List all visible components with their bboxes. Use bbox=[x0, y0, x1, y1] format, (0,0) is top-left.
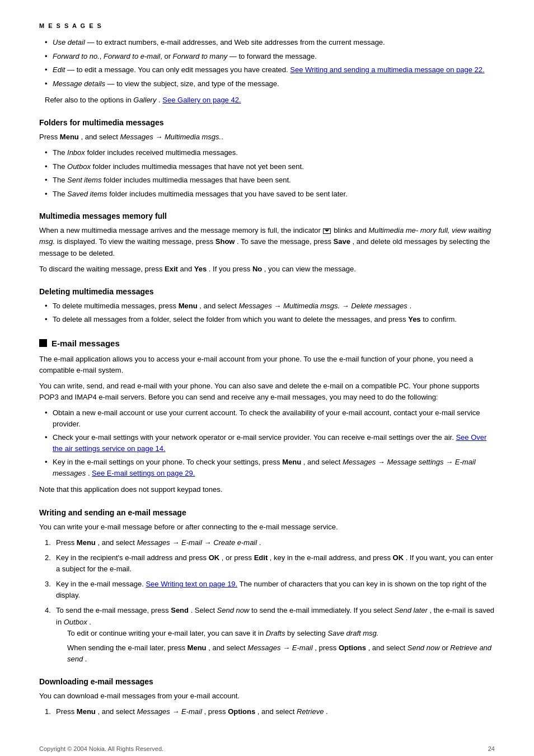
gallery-page-link: See Gallery on page 42. bbox=[162, 96, 241, 104]
writing-sending-heading: Writing and sending an e-mail message bbox=[39, 508, 495, 517]
outbox-link2: Outbox bbox=[64, 618, 87, 626]
drafts-link: Drafts bbox=[266, 629, 285, 637]
footer: Copyright © 2004 Nokia. All Rights Reser… bbox=[39, 745, 495, 752]
forward-text: — to forward the message. bbox=[229, 52, 317, 60]
list-item: Use detail — to extract numbers, e-mail … bbox=[45, 37, 495, 48]
downloading-intro: You can download e-mail messages from yo… bbox=[39, 691, 495, 702]
save-draft-link: Save draft msg. bbox=[327, 629, 378, 637]
message-settings-link: Message settings bbox=[387, 458, 443, 466]
email-para2: You can write, send, and read e-mail wit… bbox=[39, 381, 495, 403]
list-item: Obtain a new e-mail account or use your … bbox=[45, 407, 495, 429]
list-item: The Saved items folder includes multimed… bbox=[45, 189, 495, 200]
indent-block-1: To edit or continue writing your e-mail … bbox=[56, 628, 495, 639]
saved-items-link: Saved items bbox=[67, 190, 107, 198]
show-bold: Show bbox=[216, 237, 235, 246]
yes-bold: Yes bbox=[194, 265, 207, 273]
messages-italic3: Messages bbox=[343, 458, 376, 466]
list-item: 4. To send the e-mail message, press Sen… bbox=[45, 605, 495, 665]
list-item: Message details — to view the subject, s… bbox=[45, 78, 495, 90]
list-item: To delete all messages from a folder, se… bbox=[45, 314, 495, 325]
copyright-text: Copyright © 2004 Nokia. All Rights Reser… bbox=[39, 745, 163, 752]
list-item: The Sent items folder includes multimedi… bbox=[45, 175, 495, 186]
list-item: Forward to no., Forward to e-mail, or Fo… bbox=[45, 51, 495, 62]
indent-block-2: When sending the e-mail later, press Men… bbox=[56, 642, 495, 665]
messages-italic: Messages bbox=[120, 133, 153, 141]
writing-steps: 1. Press Menu , and select Messages → E-… bbox=[39, 537, 495, 665]
email-italic2: E-mail bbox=[292, 644, 313, 652]
use-detail-text: — to extract numbers, e-mail addresses, … bbox=[87, 38, 385, 46]
edit-link: Edit bbox=[53, 65, 65, 74]
list-item: The Inbox folder includes received multi… bbox=[45, 147, 495, 158]
send-later-link: Send later bbox=[395, 606, 428, 614]
retrieve-link: Retrieve bbox=[297, 707, 324, 716]
menu-bold3: Menu bbox=[282, 458, 301, 466]
multimedia-msgs-italic2: Multimedia msgs. bbox=[283, 302, 340, 310]
list-item: To delete multimedia messages, press Men… bbox=[45, 300, 495, 312]
writing-multimedia-link: See Writing and sending a multimedia mes… bbox=[290, 65, 484, 74]
folders-list: The Inbox folder includes received multi… bbox=[39, 147, 495, 199]
memory-full-heading: Multimedia messages memory full bbox=[39, 212, 495, 220]
menu-bold4: Menu bbox=[77, 538, 96, 547]
messages-italic4: Messages bbox=[137, 538, 170, 547]
folders-intro: Press Menu , and select Messages → Multi… bbox=[39, 132, 495, 143]
exit-bold: Exit bbox=[165, 265, 178, 273]
menu-bold2: Menu bbox=[179, 302, 198, 310]
forward-to-many-link: Forward to many bbox=[173, 52, 228, 60]
downloading-steps: 1. Press Menu , and select Messages → E-… bbox=[39, 706, 495, 717]
list-item: Check your e-mail settings with your net… bbox=[45, 432, 495, 454]
message-icon bbox=[323, 228, 331, 234]
list-item: Edit — to edit a message. You can only e… bbox=[45, 64, 495, 76]
memory-full-para2: To discard the waiting message, press Ex… bbox=[39, 264, 495, 275]
list-item: 2. Key in the recipient's e-mail address… bbox=[45, 552, 495, 575]
create-email-link: Create e-mail bbox=[213, 538, 257, 547]
page-number: 24 bbox=[488, 745, 495, 752]
list-item: 1. Press Menu , and select Messages → E-… bbox=[45, 537, 495, 548]
email-heading-text: E-mail messages bbox=[51, 339, 120, 348]
deleting-heading: Deleting multimedia messages bbox=[39, 287, 495, 296]
menu-bold5: Menu bbox=[188, 644, 207, 652]
square-icon bbox=[39, 339, 47, 347]
menu-bold6: Menu bbox=[77, 707, 96, 716]
refer-line: Refer also to the options in Gallery . S… bbox=[39, 95, 495, 106]
email-para1: The e-mail application allows you to acc… bbox=[39, 354, 495, 376]
multimedia-msgs-italic: Multimedia msgs. bbox=[165, 133, 221, 141]
edit-bold: Edit bbox=[254, 553, 268, 562]
sent-items-link: Sent items bbox=[67, 176, 101, 184]
page-header: M e s s a g e s bbox=[39, 22, 495, 29]
no-bold: No bbox=[252, 265, 262, 273]
messages-italic2: Messages bbox=[238, 302, 271, 310]
email-italic3: E-mail bbox=[181, 707, 202, 716]
list-item: The Outbox folder includes multimedia me… bbox=[45, 161, 495, 172]
writing-sending-intro: You can write your e-mail message before… bbox=[39, 522, 495, 533]
list-item: 1. Press Menu , and select Messages → E-… bbox=[45, 706, 495, 717]
folders-heading: Folders for multimedia messages bbox=[39, 118, 495, 127]
downloading-heading: Downloading e-mail messages bbox=[39, 677, 495, 686]
forward-to-email-link: Forward to e-mail bbox=[104, 52, 160, 60]
messages-italic6: Messages bbox=[137, 707, 170, 716]
delete-messages-link: Delete messages bbox=[351, 302, 407, 310]
send-now-link2: Send now bbox=[407, 644, 440, 652]
email-italic1: E-mail bbox=[181, 538, 202, 547]
use-detail-link: Use detail bbox=[53, 38, 85, 46]
email-heading: E-mail messages bbox=[39, 339, 495, 348]
email-settings-link: See E-mail settings on page 29. bbox=[92, 469, 195, 477]
options-bold2: Options bbox=[228, 707, 255, 716]
memory-full-para1: When a new multimedia message arrives an… bbox=[39, 225, 495, 259]
list-item: Key in the e-mail settings on your phone… bbox=[45, 457, 495, 478]
ok-bold1: OK bbox=[209, 553, 220, 562]
message-details-link: Message details bbox=[53, 79, 105, 88]
gallery-link: Gallery bbox=[133, 96, 156, 104]
save-bold: Save bbox=[334, 237, 350, 246]
menu-bold: Menu bbox=[60, 133, 79, 141]
inbox-link: Inbox bbox=[67, 148, 85, 157]
ok-bold2: OK bbox=[393, 553, 404, 562]
options-bold: Options bbox=[339, 644, 366, 652]
top-bullet-list: Use detail — to extract numbers, e-mail … bbox=[39, 37, 495, 89]
email-bullets: Obtain a new e-mail account or use your … bbox=[39, 407, 495, 478]
yes-bold2: Yes bbox=[408, 315, 420, 323]
send-now-link1: Send now bbox=[217, 606, 250, 614]
forward-to-no-link: Forward to no. bbox=[53, 52, 100, 60]
note-keypad: Note that this application does not supp… bbox=[39, 484, 495, 495]
list-item: 3. Key in the e-mail message. See Writin… bbox=[45, 579, 495, 601]
writing-text-link: See Writing text on page 19. bbox=[146, 580, 237, 588]
